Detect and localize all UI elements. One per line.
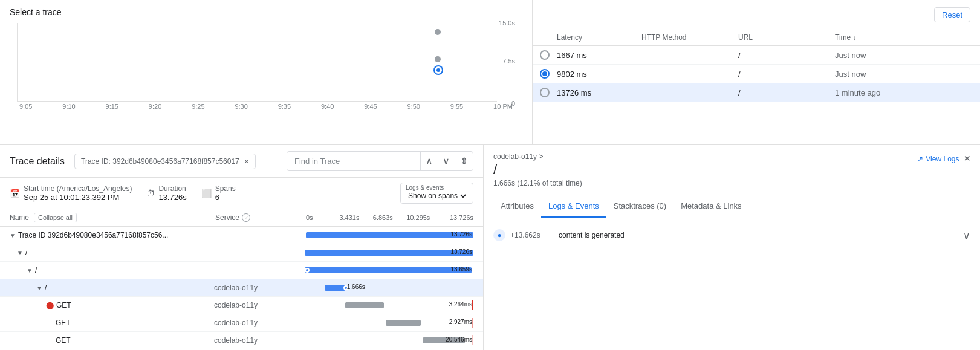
y-label-mid: 7.5s bbox=[502, 57, 515, 65]
tab-metadata-links[interactable]: Metadata & Links bbox=[673, 195, 748, 218]
span-row[interactable]: GET codelab-o11y 2.927ms bbox=[0, 314, 483, 332]
cell-time: Just now bbox=[835, 51, 866, 60]
logs-events-box: Logs & events Show on spans Show all Hid… bbox=[400, 183, 473, 204]
spans-icon: ⬜ bbox=[201, 189, 212, 198]
x-label: 10 PM bbox=[493, 103, 513, 110]
span-row[interactable]: ▼ / codelab-o11y 1.666s bbox=[0, 279, 483, 297]
span-bar: 2.927ms bbox=[305, 317, 473, 328]
trace-id-text: Trace ID: 392d6b49080e3456a77168f857c560… bbox=[81, 157, 239, 166]
span-row[interactable]: ▼ Trace ID 392d6b49080e3456a77168f857c56… bbox=[0, 227, 483, 244]
span-bar: 13.726s bbox=[306, 230, 473, 241]
span-bar-fill bbox=[305, 250, 473, 256]
tab-logs-events[interactable]: Logs & Events bbox=[541, 195, 606, 218]
reset-button[interactable]: Reset bbox=[934, 7, 970, 22]
radio-button[interactable] bbox=[540, 50, 550, 60]
breadcrumb: codelab-o11y > bbox=[493, 152, 917, 161]
nav-up-button[interactable]: ∧ bbox=[421, 152, 438, 170]
chevron-icon[interactable]: ▼ bbox=[27, 267, 33, 274]
right-panel-tabs: Attributes Logs & Events Stacktraces (0)… bbox=[484, 195, 980, 218]
trace-id-close-button[interactable]: × bbox=[244, 157, 249, 166]
cell-url: / bbox=[738, 88, 835, 97]
x-label: 9:30 bbox=[235, 103, 247, 110]
cell-time: Just now bbox=[835, 70, 866, 79]
cell-latency: 13726 ms bbox=[557, 88, 641, 97]
sort-arrow: ↓ bbox=[853, 34, 856, 41]
span-bar-fill bbox=[386, 320, 421, 326]
duration-value: 13.726s bbox=[158, 193, 186, 202]
error-icon: ⬤ bbox=[46, 301, 54, 309]
cell-time: 1 minute ago bbox=[835, 88, 880, 97]
cell-url: / bbox=[738, 51, 835, 60]
col-header-latency[interactable]: Latency bbox=[557, 33, 641, 42]
x-label: 9:45 bbox=[364, 103, 377, 110]
span-row[interactable]: ⬤ GET codelab-o11y 3.264ms bbox=[0, 297, 483, 314]
span-bar-fill bbox=[325, 285, 345, 291]
span-bar-label: 1.666s bbox=[347, 284, 365, 290]
dot-selected[interactable] bbox=[435, 66, 442, 74]
span-row[interactable]: ▼ / 13.659s bbox=[0, 262, 483, 279]
chevron-icon[interactable]: ▼ bbox=[10, 232, 16, 239]
radio-button[interactable] bbox=[540, 88, 550, 97]
x-label: 9:35 bbox=[278, 103, 291, 110]
view-logs-button[interactable]: ↗ View Logs bbox=[917, 155, 959, 163]
span-bar: 1.666s bbox=[305, 282, 473, 293]
latency-chart: 15.0s 7.5s 0 9:05 9:10 9:15 9:20 9:25 9:… bbox=[10, 23, 522, 120]
tick-1: 3.431s bbox=[339, 214, 372, 221]
tab-stacktraces[interactable]: Stacktraces (0) bbox=[606, 195, 673, 218]
close-right-panel-button[interactable]: × bbox=[964, 152, 970, 165]
find-in-trace-input[interactable] bbox=[287, 153, 420, 169]
y-label-top: 15.0s bbox=[499, 19, 515, 27]
right-panel-content: ● +13.662s content is generated ∨ bbox=[484, 218, 980, 350]
trace-meta: 📅 Start time (America/Los_Angeles) Sep 2… bbox=[0, 178, 483, 209]
info-icon: ● bbox=[497, 231, 501, 239]
right-panel-subtitle: 1.666s (12.1% of total time) bbox=[493, 179, 917, 187]
trace-header: Trace details Trace ID: 392d6b49080e3456… bbox=[0, 145, 483, 178]
radio-button[interactable] bbox=[540, 69, 550, 79]
span-bar: 13.726s bbox=[305, 247, 473, 258]
expand-button[interactable]: ⇕ bbox=[455, 152, 473, 170]
x-label: 9:10 bbox=[62, 103, 75, 110]
dot-1 bbox=[435, 29, 441, 35]
x-label: 9:50 bbox=[407, 103, 420, 110]
col-header-url: URL bbox=[738, 33, 835, 42]
span-name: Trace ID 392d6b49080e3456a77168f857c56..… bbox=[18, 231, 168, 239]
span-row[interactable]: ▼ / 13.726s bbox=[0, 244, 483, 262]
span-service: codelab-o11y bbox=[214, 284, 305, 292]
clock-icon: ⏱ bbox=[146, 189, 155, 198]
chevron-icon[interactable]: ▼ bbox=[36, 285, 42, 291]
right-panel-header: codelab-o11y > / 1.666s (12.1% of total … bbox=[484, 145, 980, 195]
span-bar-label: 13.726s bbox=[450, 231, 472, 238]
nav-down-button[interactable]: ∨ bbox=[438, 152, 455, 170]
span-bar-fill bbox=[305, 267, 472, 273]
table-row[interactable]: 9802 ms / Just now bbox=[533, 65, 980, 83]
service-col-label: Service bbox=[215, 213, 239, 222]
collapse-all-button[interactable]: Collapse all bbox=[34, 213, 77, 222]
span-name: / bbox=[35, 266, 37, 274]
span-bar-label: 13.726s bbox=[450, 248, 472, 255]
span-bar-dot bbox=[305, 268, 310, 273]
table-row[interactable]: 1667 ms / Just now bbox=[533, 46, 980, 65]
service-help-icon[interactable]: ? bbox=[242, 213, 250, 222]
tick-4: 13.726s bbox=[440, 214, 473, 221]
logs-events-select[interactable]: Show on spans Show all Hide bbox=[406, 191, 468, 201]
spans-column-header: Name Collapse all Service ? 0s 3.431s 6.… bbox=[0, 209, 483, 227]
right-detail-panel: codelab-o11y > / 1.666s (12.1% of total … bbox=[484, 145, 980, 350]
event-icon: ● bbox=[493, 229, 505, 241]
chevron-icon[interactable]: ▼ bbox=[17, 250, 23, 256]
span-row[interactable]: GET codelab-o11y 20.546ms bbox=[0, 332, 483, 349]
span-bar: 20.546ms bbox=[305, 335, 473, 346]
span-bar-fill bbox=[306, 232, 473, 238]
tick-3: 10.295s bbox=[406, 214, 440, 221]
trace-details-title: Trace details bbox=[10, 156, 65, 167]
col-header-time[interactable]: Time ↓ bbox=[835, 33, 856, 42]
span-bar-label: 20.546ms bbox=[446, 336, 472, 343]
trace-id-box: Trace ID: 392d6b49080e3456a77168f857c560… bbox=[74, 154, 256, 169]
spans-value: 6 bbox=[215, 193, 236, 202]
span-bar-fill bbox=[345, 302, 384, 308]
tab-attributes[interactable]: Attributes bbox=[493, 195, 541, 218]
span-bar-label: 13.659s bbox=[450, 266, 472, 273]
logs-events-label: Logs & events bbox=[406, 184, 444, 191]
table-row[interactable]: 13726 ms / 1 minute ago bbox=[533, 83, 980, 102]
x-label: 9:05 bbox=[19, 103, 32, 110]
event-expand-button[interactable]: ∨ bbox=[963, 230, 970, 241]
